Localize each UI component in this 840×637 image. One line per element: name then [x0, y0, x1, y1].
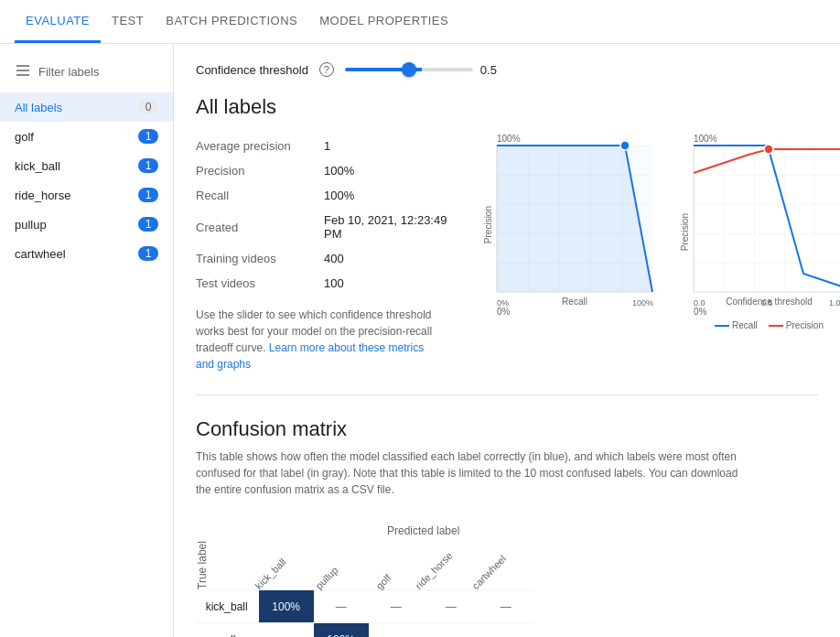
predicted-label-header: Predicted label — [259, 516, 533, 549]
svg-point-8 — [620, 141, 630, 150]
col-header-pullup: pullup — [314, 549, 369, 590]
matrix-cell: — — [259, 623, 314, 638]
sidebar-item-ride_horse[interactable]: ride_horse 1 — [0, 180, 173, 210]
sidebar-item-label: golf — [15, 130, 34, 144]
svg-rect-11 — [694, 146, 840, 292]
precision-legend-line — [769, 325, 783, 327]
sidebar-item-label: All labels — [15, 101, 62, 114]
confusion-row: pullup—100%——— — [196, 623, 533, 638]
ct-y-min: 0% — [694, 307, 706, 317]
slider-container: 0.5 — [345, 63, 497, 77]
row-label: kick_ball — [196, 590, 259, 623]
precision-recall-chart: Precision 100% — [483, 134, 652, 330]
metric-value: 100% — [324, 158, 452, 183]
confidence-threshold-chart: Precision 100% — [680, 134, 840, 330]
matrix-cell: — — [479, 623, 533, 638]
svg-text:1.0: 1.0 — [829, 298, 840, 308]
confusion-matrix-section: Confusion matrix This table shows how of… — [196, 417, 818, 637]
tab-model-properties[interactable]: MODEL PROPERTIES — [308, 1, 459, 43]
metrics-charts: Average precision 1 Precision 100% Recal… — [196, 134, 818, 372]
sidebar-item-badge: 1 — [138, 158, 158, 173]
col-header-kick_ball: kick_ball — [259, 549, 314, 590]
svg-point-14 — [764, 145, 773, 154]
confusion-matrix-table: True labelPredicted labelkick_ballpullup… — [196, 516, 533, 637]
metrics-table: Average precision 1 Precision 100% Recal… — [196, 134, 452, 372]
sidebar-item-label: ride_horse — [15, 189, 70, 202]
matrix-cell: — — [314, 590, 369, 623]
sidebar-item-pullup[interactable]: pullup 1 — [0, 210, 173, 239]
metric-value: 100 — [324, 271, 452, 296]
main-layout: Filter labels All labels 0 golf 1 kick_b… — [0, 44, 840, 637]
ct-svg: 0.0 0.5 1.0 — [694, 146, 840, 292]
filter-labels-text: Filter labels — [38, 65, 99, 79]
metric-value: 100% — [324, 183, 452, 208]
matrix-cell: — — [369, 623, 424, 638]
svg-marker-7 — [497, 146, 652, 292]
confidence-label: Confidence threshold — [196, 63, 308, 77]
pr-y-max: 100% — [497, 134, 521, 144]
col-header-cartwheel: cartwheel — [479, 549, 533, 590]
ct-y-max: 100% — [694, 134, 717, 144]
confidence-threshold-label: Confidence threshold — [694, 297, 840, 307]
row-label: pullup — [196, 623, 259, 638]
confusion-matrix-wrap: True labelPredicted labelkick_ballpullup… — [196, 516, 818, 637]
tab-test[interactable]: TEST — [101, 1, 155, 43]
recall-legend-line — [715, 325, 729, 327]
tab-batch-predictions[interactable]: BATCH PREDICTIONS — [155, 1, 308, 43]
confidence-threshold-bar: Confidence threshold ? 0.5 — [196, 62, 818, 77]
sidebar: Filter labels All labels 0 golf 1 kick_b… — [0, 44, 174, 637]
legend-recall: Recall — [715, 320, 758, 330]
metrics-row: Training videos 400 — [196, 246, 452, 271]
hamburger-icon — [15, 62, 31, 81]
metric-label: Training videos — [196, 246, 324, 271]
help-icon[interactable]: ? — [319, 62, 334, 77]
pr-svg: 0% 100% — [497, 146, 652, 292]
confidence-slider[interactable] — [345, 68, 473, 71]
confusion-row: kick_ball100%———— — [196, 590, 533, 623]
tab-evaluate[interactable]: EVALUATE — [15, 1, 101, 43]
top-navigation: EVALUATE TEST BATCH PREDICTIONS MODEL PR… — [0, 0, 840, 44]
sidebar-item-kick_ball[interactable]: kick_ball 1 — [0, 151, 173, 180]
sidebar-item-label: pullup — [15, 218, 47, 232]
metric-value: 1 — [324, 134, 452, 158]
charts-area: Precision 100% — [461, 134, 840, 330]
sidebar-item-golf[interactable]: golf 1 — [0, 122, 173, 151]
sidebar-item-All labels[interactable]: All labels 0 — [0, 92, 173, 122]
sidebar-item-label: kick_ball — [15, 159, 60, 173]
sidebar-item-badge: 1 — [138, 188, 158, 202]
sidebar-item-cartwheel[interactable]: cartwheel 1 — [0, 239, 173, 268]
sidebar-item-badge: 1 — [138, 129, 158, 144]
recall-label: Recall — [497, 297, 652, 307]
legend-precision: Precision — [769, 320, 824, 330]
sidebar-item-badge: 0 — [138, 100, 158, 114]
matrix-cell: — — [424, 623, 479, 638]
metrics-row: Created Feb 10, 2021, 12:23:49 PM — [196, 208, 452, 246]
metrics-description: Use the slider to see which confidence t… — [196, 307, 434, 372]
matrix-cell: 100% — [259, 590, 314, 623]
sidebar-item-label: cartwheel — [15, 247, 66, 261]
svg-text:100%: 100% — [632, 298, 653, 308]
metric-label: Recall — [196, 183, 324, 208]
metric-label: Precision — [196, 158, 324, 183]
divider — [196, 394, 818, 395]
sidebar-item-badge: 1 — [138, 246, 158, 261]
matrix-cell: — — [369, 590, 424, 623]
metrics-data-table: Average precision 1 Precision 100% Recal… — [196, 134, 452, 296]
confidence-value: 0.5 — [480, 63, 497, 77]
section-title: All labels — [196, 95, 818, 119]
metrics-row: Test videos 100 — [196, 271, 452, 296]
chart-legend: Recall Precision — [694, 320, 840, 330]
metric-value: Feb 10, 2021, 12:23:49 PM — [324, 208, 452, 246]
sidebar-items: All labels 0 golf 1 kick_ball 1 ride_hor… — [0, 92, 173, 268]
pr-y-min: 0% — [497, 307, 510, 317]
metrics-row: Recall 100% — [196, 183, 452, 208]
metric-label: Average precision — [196, 134, 324, 158]
filter-labels-button[interactable]: Filter labels — [0, 55, 173, 92]
metric-label: Created — [196, 208, 324, 246]
confusion-description: This table shows how often the model cla… — [196, 448, 745, 498]
precision-legend-label: Precision — [786, 320, 824, 330]
matrix-cell: — — [424, 590, 479, 623]
matrix-cell: 100% — [314, 623, 369, 638]
matrix-cell: — — [479, 590, 533, 623]
metric-label: Test videos — [196, 271, 324, 296]
